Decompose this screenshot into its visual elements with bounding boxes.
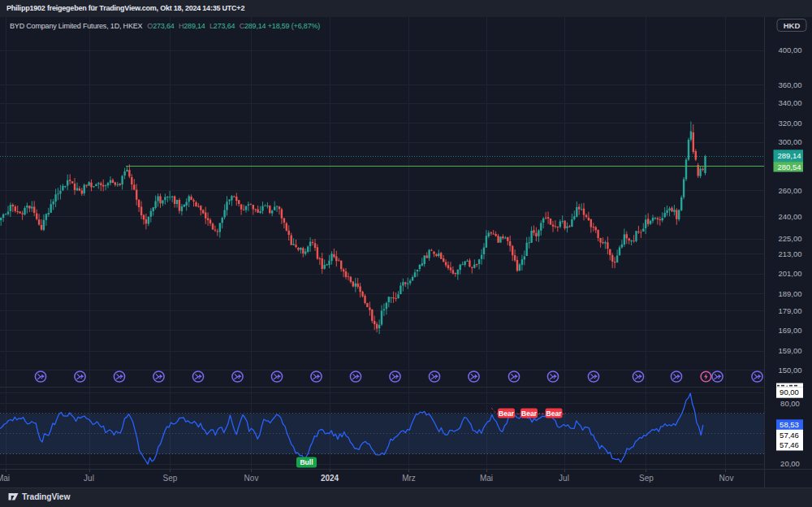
svg-text:Bear: Bear (521, 410, 538, 418)
svg-text:Sep: Sep (639, 474, 654, 483)
svg-text:340,00: 340,00 (778, 98, 801, 107)
svg-text:Bear: Bear (546, 410, 563, 418)
svg-text:Mai: Mai (0, 474, 10, 483)
svg-text:2024: 2024 (321, 474, 339, 483)
svg-text:Mai: Mai (480, 474, 493, 483)
svg-text:58,53: 58,53 (780, 420, 799, 429)
svg-text:20,00: 20,00 (780, 459, 800, 468)
svg-text:289,14: 289,14 (777, 151, 801, 160)
svg-text:320,00: 320,00 (778, 119, 801, 128)
svg-text:Jul: Jul (84, 474, 94, 483)
svg-text:159,00: 159,00 (778, 346, 801, 355)
svg-text:Jul: Jul (559, 474, 569, 483)
svg-text:Nov: Nov (244, 474, 259, 483)
svg-text:240,00: 240,00 (778, 212, 801, 221)
svg-text:169,00: 169,00 (778, 326, 801, 335)
svg-text:Nov: Nov (719, 474, 734, 483)
svg-text:225,00: 225,00 (778, 234, 801, 243)
svg-text:Bull: Bull (300, 458, 313, 466)
svg-text:Bear: Bear (499, 410, 515, 418)
svg-text:Sep: Sep (163, 474, 178, 483)
svg-text:280,54: 280,54 (777, 162, 801, 171)
svg-text:300,00: 300,00 (778, 137, 801, 146)
svg-text:189,00: 189,00 (778, 289, 801, 298)
svg-text:400,00: 400,00 (778, 46, 801, 54)
svg-text:201,00: 201,00 (778, 269, 801, 278)
svg-text:57,46: 57,46 (780, 431, 799, 440)
svg-text:150,00: 150,00 (778, 366, 801, 375)
svg-text:179,00: 179,00 (778, 306, 801, 315)
svg-text:260,00: 260,00 (778, 186, 801, 195)
svg-text:360,00: 360,00 (778, 80, 801, 89)
svg-text:Mrz: Mrz (402, 474, 416, 483)
svg-text:57,46: 57,46 (780, 440, 799, 449)
svg-text:213,00: 213,00 (778, 249, 801, 258)
svg-text:90,00: 90,00 (780, 388, 799, 396)
svg-text:HKD: HKD (784, 21, 801, 30)
svg-text:80,00: 80,00 (780, 399, 800, 408)
